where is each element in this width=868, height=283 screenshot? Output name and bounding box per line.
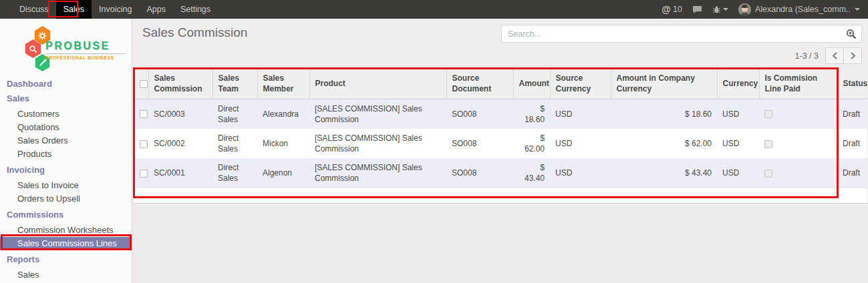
- cell-amount-company-currency[interactable]: $ 43.40: [611, 158, 717, 188]
- debug-bug-icon[interactable]: [712, 5, 728, 14]
- user-name: Alexandra (Sales_comm..: [755, 5, 851, 14]
- pager-next-button[interactable]: [843, 47, 862, 64]
- magnifier-icon: [29, 45, 37, 53]
- search-input[interactable]: [502, 25, 861, 42]
- nav-apps[interactable]: Apps: [139, 0, 173, 19]
- row-select-checkbox[interactable]: [134, 129, 148, 158]
- cell-is-paid-checkbox[interactable]: [759, 99, 837, 129]
- cell-sales-team[interactable]: Direct Sales: [212, 158, 257, 188]
- col-product[interactable]: Product: [309, 69, 446, 99]
- cell-sales-team[interactable]: Direct Sales: [212, 129, 257, 158]
- sidebar-menu: DashboardSalesCustomersQuotationsSales O…: [0, 79, 132, 282]
- sidebar-item-sales-orders[interactable]: Sales Orders: [0, 134, 132, 148]
- cell-status[interactable]: Draft: [837, 129, 867, 158]
- cell-source-document[interactable]: SO008: [446, 158, 513, 188]
- sidebar-item-sales[interactable]: Sales: [0, 268, 132, 282]
- mentions-counter[interactable]: @ 10: [662, 4, 682, 15]
- col-amount[interactable]: Amount: [513, 69, 550, 99]
- cell-is-paid-checkbox[interactable]: [759, 158, 837, 188]
- cell-sales-commission[interactable]: SC/0003: [148, 99, 212, 129]
- messages-icon[interactable]: [692, 5, 702, 14]
- brand-name: PROBUSE: [45, 40, 126, 52]
- sidebar-item-products[interactable]: Products: [0, 148, 132, 161]
- pager-range: 1-3 / 3: [795, 51, 819, 61]
- row-select-checkbox[interactable]: [134, 99, 148, 129]
- sidebar-item-orders-to-upsell[interactable]: Orders to Upsell: [0, 192, 132, 206]
- cell-source-document[interactable]: SO008: [446, 99, 513, 129]
- sidebar-heading-dashboard[interactable]: Dashboard: [0, 79, 132, 89]
- cell-status[interactable]: Draft: [837, 158, 867, 188]
- cell-source-currency[interactable]: USD: [550, 158, 611, 188]
- cell-product[interactable]: [SALES COMMISSION] Sales Commission: [309, 158, 446, 188]
- table-header-row: Sales Commission Sales Team Sales Member…: [134, 69, 867, 99]
- table-row[interactable]: SC/0003Direct SalesAlexandra[SALES COMMI…: [134, 99, 867, 129]
- cell-amount-company-currency[interactable]: $ 18.60: [611, 99, 717, 129]
- sidebar-item-customers[interactable]: Customers: [0, 107, 132, 121]
- cell-source-currency[interactable]: USD: [550, 99, 611, 129]
- col-source-currency[interactable]: Source Currency: [550, 69, 611, 99]
- sidebar-item-sales-commissions-lines[interactable]: Sales Commissions Lines: [0, 237, 132, 250]
- gear-icon: [38, 31, 47, 40]
- col-amount-company-currency[interactable]: Amount in Company Currency: [611, 69, 717, 99]
- debug-caret-icon: [723, 8, 728, 11]
- content-footer-area: [133, 203, 868, 283]
- table-row[interactable]: SC/0002Direct SalesMickon[SALES COMMISSI…: [134, 129, 867, 158]
- cell-sales-team[interactable]: Direct Sales: [212, 99, 257, 129]
- mention-count: 10: [673, 5, 682, 14]
- col-sales-member[interactable]: Sales Member: [257, 69, 309, 99]
- col-currency[interactable]: Currency: [717, 69, 759, 99]
- sidebar-heading-reports[interactable]: Reports: [0, 254, 132, 265]
- brand-tagline: PROFESSIONAL BUSINESS: [45, 53, 126, 60]
- cell-sales-member[interactable]: Mickon: [257, 129, 309, 158]
- main-content: Sales Commission 1-3 / 3: [133, 19, 868, 283]
- cell-amount[interactable]: $ 18.60: [513, 99, 550, 129]
- cell-source-currency[interactable]: USD: [550, 129, 611, 158]
- cell-source-document[interactable]: SO008: [446, 129, 513, 158]
- cell-is-paid-checkbox[interactable]: [759, 129, 837, 158]
- sidebar-heading-commissions[interactable]: Commissions: [0, 210, 132, 220]
- cell-sales-commission[interactable]: SC/0001: [148, 158, 212, 188]
- table-row[interactable]: SC/0001Direct SalesAlgenon[SALES COMMISS…: [134, 158, 867, 188]
- cell-amount-company-currency[interactable]: $ 62.00: [611, 129, 717, 158]
- cell-amount[interactable]: $ 62.00: [513, 129, 550, 158]
- sidebar-item-sales-to-invoice[interactable]: Sales to Invoice: [0, 179, 132, 192]
- app-logo: PROBUSE PROFESSIONAL BUSINESS: [0, 24, 132, 77]
- chevron-left-icon: [832, 52, 838, 59]
- col-status[interactable]: Status: [837, 69, 867, 99]
- cell-sales-member[interactable]: Alexandra: [257, 99, 309, 129]
- chevron-right-icon: [850, 52, 856, 59]
- commission-table: Sales Commission Sales Team Sales Member…: [134, 69, 867, 206]
- col-sales-commission[interactable]: Sales Commission: [148, 69, 212, 99]
- nav-discuss[interactable]: Discuss: [12, 0, 56, 19]
- sidebar-item-quotations[interactable]: Quotations: [0, 121, 132, 134]
- nav-invoicing[interactable]: Invoicing: [92, 0, 139, 19]
- cell-currency[interactable]: USD: [717, 158, 759, 188]
- user-caret-icon: [855, 8, 860, 11]
- sidebar-heading-invoicing[interactable]: Invoicing: [0, 165, 132, 176]
- cell-product[interactable]: [SALES COMMISSION] Sales Commission: [309, 99, 446, 129]
- pager-previous-button[interactable]: [825, 47, 844, 64]
- col-sales-team[interactable]: Sales Team: [212, 69, 257, 99]
- select-all-checkbox-header[interactable]: [134, 69, 148, 99]
- sidebar-item-commission-worksheets[interactable]: Commission Worksheets: [0, 224, 132, 237]
- cell-status[interactable]: Draft: [837, 99, 867, 129]
- cell-currency[interactable]: USD: [717, 99, 759, 129]
- cell-sales-commission[interactable]: SC/0002: [148, 129, 212, 158]
- cell-product[interactable]: [SALES COMMISSION] Sales Commission: [309, 129, 446, 158]
- cell-sales-member[interactable]: Algenon: [257, 158, 309, 188]
- top-navbar: Discuss Sales Invoicing Apps Settings @ …: [0, 0, 868, 19]
- cell-currency[interactable]: USD: [717, 129, 759, 158]
- app-menus: Discuss Sales Invoicing Apps Settings: [0, 0, 218, 19]
- row-select-checkbox[interactable]: [134, 158, 148, 188]
- cell-amount[interactable]: $ 43.40: [513, 158, 550, 188]
- commission-list: Sales Commission Sales Team Sales Member…: [134, 69, 867, 206]
- search-box: [501, 25, 862, 43]
- nav-sales[interactable]: Sales: [56, 0, 92, 19]
- col-source-document[interactable]: Source Document: [446, 69, 513, 99]
- col-is-commission-line-paid[interactable]: Is Commision Line Paid: [759, 69, 837, 99]
- user-menu[interactable]: Alexandra (Sales_comm..: [738, 3, 860, 16]
- sidebar-heading-sales[interactable]: Sales: [0, 93, 132, 104]
- search-icon[interactable]: [846, 29, 857, 39]
- avatar: [738, 3, 751, 16]
- nav-settings[interactable]: Settings: [173, 0, 218, 19]
